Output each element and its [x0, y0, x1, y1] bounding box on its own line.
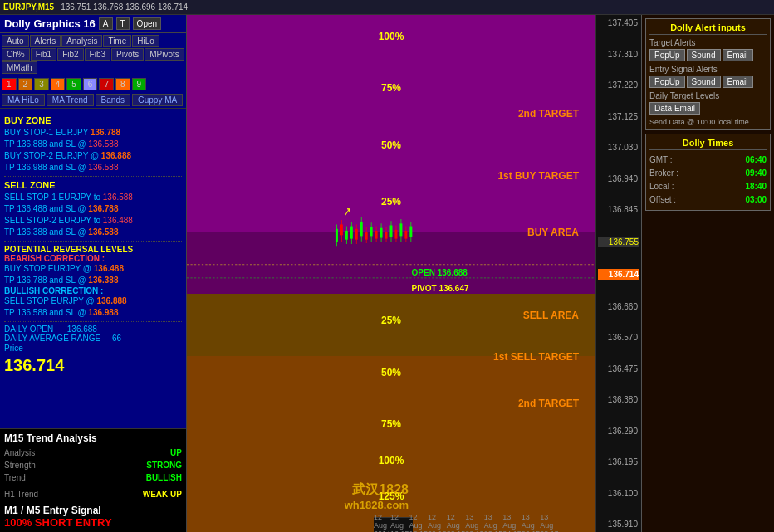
trend-title: M15 Trend Analysis [4, 432, 182, 444]
pct-75-buy: 75% [381, 82, 401, 94]
sell-stop2-sl: 136.588 [88, 227, 118, 237]
num-btn-3[interactable]: 3 [34, 78, 49, 90]
price-136845: 136.845 [598, 205, 639, 214]
nav-pivots[interactable]: Pivots [111, 48, 144, 61]
ma-guppy[interactable]: Guppy MA [132, 94, 183, 106]
nav-analysis[interactable]: Analysis [61, 35, 102, 47]
num-btn-2[interactable]: 2 [18, 78, 33, 90]
price-136100: 136.100 [598, 489, 639, 498]
buy-stop2-line: BUY STOP-2 EURJPY @ 136.888 [4, 150, 182, 162]
price-136755: 136.755 [598, 237, 639, 247]
time-6: 13 Aug 02:15 [484, 513, 503, 533]
num-btn-4[interactable]: 4 [51, 78, 66, 90]
price-136660: 136.660 [598, 302, 639, 311]
local-label: Local : [649, 180, 674, 193]
nav-hilo[interactable]: HiLo [132, 35, 159, 47]
buy-stop1-tp-line: TP 136.888 and SL @ 136.588 [4, 139, 182, 150]
strength-row: Strength STRONG [4, 459, 182, 471]
btn-a[interactable]: A [99, 17, 113, 30]
bearish-label: BEARISH CORRECTION : [4, 254, 182, 263]
price-136940: 136.940 [598, 174, 639, 183]
nav-alerts[interactable]: Alerts [30, 35, 61, 47]
gmt-val: 06:40 [745, 154, 767, 167]
bearish-buy-text: BUY STOP EURJPY @ [4, 264, 91, 273]
ma-trend[interactable]: MA Trend [47, 94, 94, 106]
trend-section: M15 Trend Analysis Analysis UP Strength … [0, 428, 186, 532]
main-layout: Dolly Graphics 16 A T Open Auto Alerts A… [0, 15, 774, 532]
panel-ma-row: MA HiLo MA Trend Bands Guppy MA [0, 92, 186, 109]
price-136475: 136.475 [598, 364, 639, 373]
btn-sound-2[interactable]: Sound [687, 76, 721, 88]
bullish-tp-line: TP 136.588 and SL @ 136.988 [4, 307, 182, 319]
btn-popup-2[interactable]: PopUp [649, 76, 685, 88]
btn-popup-1[interactable]: PopUp [649, 49, 685, 61]
analysis-val: UP [170, 447, 182, 459]
sell-stop2-tp-line: TP 136.388 and SL @ 136.588 [4, 227, 182, 238]
sell-stop2-text: SELL STOP-2 EURJPY to [4, 216, 100, 225]
analysis-row: Analysis UP [4, 447, 182, 459]
sell-zone-label: SELL ZONE [4, 180, 182, 190]
time-0: 12 Aug 2014 [374, 513, 390, 533]
pivot-label: PIVOT 136.647 [412, 284, 469, 293]
ma-bands[interactable]: Bands [96, 94, 130, 106]
strength-val: STRONG [146, 459, 182, 471]
num-btn-6[interactable]: 6 [83, 78, 98, 90]
nav-time[interactable]: Time [103, 35, 131, 47]
1st-sell-target: 1st SELL TARGET [493, 351, 579, 363]
btn-sound-1[interactable]: Sound [687, 49, 721, 61]
btn-t[interactable]: T [116, 17, 130, 30]
ma-hilo[interactable]: MA HiLo [2, 94, 45, 106]
num-btn-5[interactable]: 5 [66, 78, 81, 90]
num-btn-9[interactable]: 9 [132, 78, 147, 90]
gmt-row: GMT : 06:40 [649, 154, 767, 167]
btn-data-email[interactable]: Data Email [649, 102, 700, 115]
buy-stop2-tp: TP 136.988 and SL @ [4, 163, 86, 172]
time-3: 12 Aug 20:15 [428, 513, 447, 533]
nav-mpivots[interactable]: MPivots [145, 48, 184, 61]
strength-label: Strength [4, 459, 36, 471]
num-btn-8[interactable]: 8 [115, 78, 130, 90]
nav-mmath[interactable]: MMath [2, 61, 37, 74]
nav-auto[interactable]: Auto [2, 35, 29, 47]
price-137310: 137.310 [598, 50, 639, 59]
price-info: 136.751 136.768 136.696 136.714 [61, 2, 188, 12]
daily-avg-val: 66 [112, 334, 121, 343]
daily-open-label: DAILY OPEN [4, 325, 53, 334]
pct-50-buy: 50% [381, 139, 401, 151]
2nd-sell-target: 2nd TARGET [518, 398, 579, 409]
sell-stop1-val: 136.588 [103, 193, 133, 202]
trend-val: BULLISH [146, 471, 182, 484]
time-7: 13 Aug 04:15 [502, 513, 522, 533]
nav-fib3[interactable]: Fib3 [85, 48, 110, 61]
btn-open[interactable]: Open [133, 17, 161, 30]
broker-row: Broker : 09:40 [649, 167, 767, 180]
sell-stop1-text: SELL STOP-1 EURJPY to [4, 193, 100, 202]
btn-email-2[interactable]: Email [723, 76, 753, 88]
nav-ch[interactable]: Ch% [2, 48, 30, 61]
time-2: 12 Aug 18:15 [409, 513, 429, 533]
bullish-label: BULLISH CORRECTION : [4, 286, 182, 295]
h1-label: H1 Trend [4, 488, 38, 500]
pct-25-buy: 25% [381, 196, 401, 207]
sell-stop2-tp: TP 136.388 and SL @ [4, 227, 86, 237]
price-136380: 136.380 [598, 395, 639, 404]
short-entry: 100% SHORT ENTRY [4, 516, 182, 529]
btn-email-1[interactable]: Email [723, 49, 753, 61]
bullish-sell-line: SELL STOP EURJPY @ 136.888 [4, 295, 182, 307]
num-btn-7[interactable]: 7 [99, 78, 114, 90]
bearish-buy-val: 136.488 [94, 264, 124, 273]
num-btn-1[interactable]: 1 [2, 78, 17, 90]
nav-fib1[interactable]: Fib1 [31, 48, 56, 61]
pair-label: EURJPY,M15 [3, 2, 54, 12]
local-row: Local : 18:40 [649, 180, 767, 193]
nav-fib2[interactable]: Fib2 [57, 48, 83, 61]
price-136290: 136.290 [598, 427, 639, 436]
buy-stop1-line: BUY STOP-1 EURJPY 136.788 [4, 127, 182, 139]
price-135910: 135.910 [598, 520, 639, 529]
buy-stop2-val: 136.888 [101, 151, 131, 160]
buy-stop2-sl: 136.588 [88, 163, 118, 172]
price-136570: 136.570 [598, 333, 639, 342]
current-price: 136.714 [4, 356, 182, 375]
offset-val: 03:00 [745, 193, 767, 207]
price-137220: 137.220 [598, 81, 639, 90]
